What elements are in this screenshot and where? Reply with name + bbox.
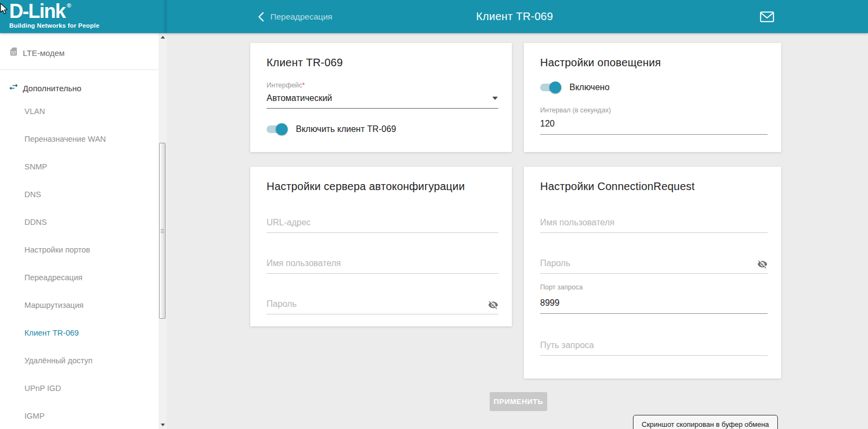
card-inform-settings: Настройки оповещения Включено Интервал (… bbox=[524, 43, 781, 152]
apply-button[interactable]: ПРИМЕНИТЬ bbox=[490, 392, 547, 411]
sidebar-item-vlan[interactable]: VLAN bbox=[24, 108, 45, 116]
toggle-enable-tr069[interactable] bbox=[267, 125, 286, 133]
scrollbar-thumb[interactable] bbox=[159, 143, 166, 319]
interface-select-value: Автоматический bbox=[267, 93, 332, 103]
sidebar-item-lte-modem[interactable]: LTE-модем bbox=[23, 49, 65, 57]
sidebar-scrollbar bbox=[159, 33, 167, 429]
scrollbar-up-button[interactable] bbox=[159, 33, 167, 41]
interval-label: Интервал (в секундах) bbox=[540, 106, 768, 115]
sidebar-item-routing[interactable]: Маршрутизация bbox=[24, 301, 84, 310]
card-title: Настройки оповещения bbox=[540, 56, 768, 69]
acs-url-input[interactable] bbox=[267, 218, 498, 233]
toggle-inform-enabled[interactable] bbox=[540, 84, 560, 91]
interval-input[interactable] bbox=[540, 119, 768, 135]
sidebar-section-advanced[interactable]: Дополнительно bbox=[23, 84, 81, 92]
sidebar-item-wan-remap[interactable]: Переназначение WAN bbox=[24, 135, 106, 143]
sidebar-item-remote-access[interactable]: Удалённый доступ bbox=[24, 357, 92, 365]
toggle-knob bbox=[549, 81, 561, 93]
sidebar: LTE-модем Дополнительно VLAN Переназначе… bbox=[0, 33, 159, 429]
sidebar-item-snmp[interactable]: SNMP bbox=[24, 163, 47, 171]
swap-arrows-icon bbox=[8, 81, 19, 94]
cr-password-input[interactable] bbox=[540, 258, 768, 274]
sidebar-item-forwarding[interactable]: Переадресация bbox=[24, 274, 83, 282]
sim-card-icon bbox=[9, 47, 18, 59]
acs-password-input[interactable] bbox=[267, 299, 498, 314]
screenshot-toast: Скриншот скопирован в буфер обмена bbox=[633, 415, 778, 429]
toggle-knob bbox=[276, 123, 288, 135]
logo-wordmark: D-Link® bbox=[9, 1, 69, 22]
sidebar-item-tr069-client[interactable]: Клиент TR-069 bbox=[24, 329, 79, 337]
scrollbar-down-button[interactable] bbox=[159, 421, 167, 429]
router-admin-page: D-Link® Building Networks for People Пер… bbox=[0, 0, 868, 429]
interface-label: Интерфейс* bbox=[267, 81, 498, 90]
cr-username-input[interactable] bbox=[540, 218, 768, 233]
back-link-label: Переадресация bbox=[270, 12, 332, 22]
back-chevron-icon bbox=[257, 12, 264, 22]
sidebar-item-ports[interactable]: Настройки портов bbox=[24, 246, 90, 254]
eye-off-icon[interactable] bbox=[757, 259, 768, 269]
cr-port-label: Порт запроса bbox=[540, 283, 768, 292]
toggle-inform-label: Включено bbox=[569, 83, 610, 92]
mail-icon[interactable] bbox=[760, 11, 774, 22]
registered-mark: ® bbox=[67, 2, 71, 9]
card-title: Настройки сервера автоконфигурации bbox=[267, 180, 498, 193]
card-title: Настройки ConnectionRequest bbox=[540, 180, 768, 193]
logo-tagline: Building Networks for People bbox=[9, 22, 99, 29]
card-acs-settings: Настройки сервера автоконфигурации bbox=[250, 167, 512, 326]
back-link[interactable]: Переадресация bbox=[257, 0, 332, 33]
interface-select[interactable]: Автоматический bbox=[267, 93, 498, 109]
sidebar-item-dns[interactable]: DNS bbox=[24, 191, 41, 199]
sidebar-item-upnp-igd[interactable]: UPnP IGD bbox=[24, 384, 61, 393]
acs-username-input[interactable] bbox=[267, 258, 498, 274]
header-divider bbox=[164, 0, 167, 33]
card-tr069-client: Клиент TR-069 Интерфейс* Автоматический … bbox=[250, 43, 512, 152]
sidebar-item-igmp[interactable]: IGMP bbox=[24, 412, 45, 420]
cr-port-input[interactable] bbox=[540, 298, 768, 314]
sidebar-divider bbox=[0, 70, 159, 70]
cr-path-input[interactable] bbox=[540, 340, 768, 356]
sidebar-item-ddns[interactable]: DDNS bbox=[24, 218, 47, 226]
card-title: Клиент TR-069 bbox=[267, 56, 498, 69]
caret-down-icon bbox=[492, 97, 498, 100]
dlink-logo[interactable]: D-Link® Building Networks for People bbox=[0, 0, 164, 33]
page-title: Клиент TR-069 bbox=[476, 10, 553, 23]
scrollbar-grip bbox=[161, 229, 164, 230]
app-header: D-Link® Building Networks for People Пер… bbox=[0, 0, 868, 33]
toggle-enable-tr069-label: Включить клиент TR-069 bbox=[296, 124, 396, 134]
eye-off-icon[interactable] bbox=[488, 300, 498, 310]
card-connection-request: Настройки ConnectionRequest Порт запроса bbox=[524, 167, 781, 378]
required-mark: * bbox=[302, 81, 305, 89]
